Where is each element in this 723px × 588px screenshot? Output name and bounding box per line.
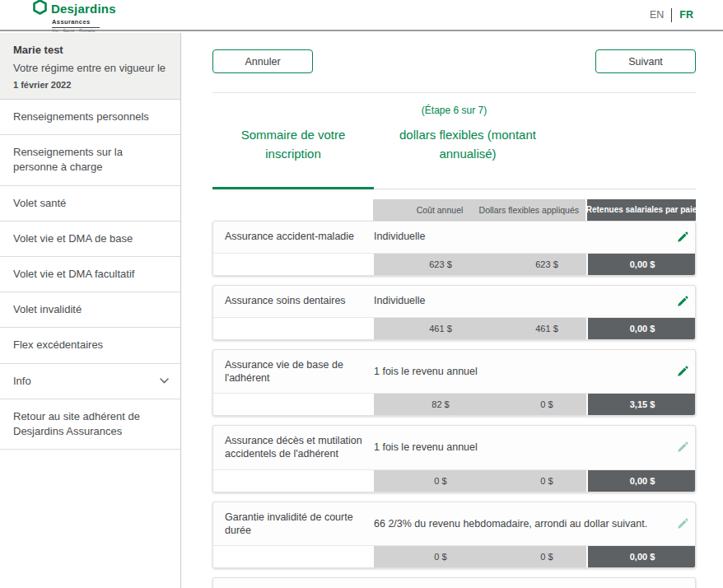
- benefit-name: Garantie invalidité de courte durée: [225, 511, 374, 538]
- sidebar-item-0[interactable]: Renseignements personnels: [0, 100, 180, 135]
- benefit-coverage: 1 fois le revenu annuel: [374, 365, 664, 378]
- flex-applied-value: 0 $: [507, 394, 586, 415]
- annual-cost-value: 0 $: [374, 470, 507, 492]
- active-tab-indicator: [212, 187, 374, 189]
- logo-tagline-text: Vie · Santé · Retraite: [52, 29, 116, 33]
- sidebar-item-label: Volet vie et DMA de base: [13, 231, 133, 246]
- benefit-card: Assurance soins dentaires Individuelle 4…: [212, 285, 696, 340]
- sidebar-item-6[interactable]: Flex excédentaires: [0, 328, 180, 363]
- flex-applied-value: 623 $: [507, 254, 586, 275]
- sidebar-profile-block: Marie test Votre régime entre en vigueur…: [0, 33, 180, 100]
- pencil-icon: [677, 366, 688, 377]
- header-spacer: [212, 199, 373, 221]
- benefit-cards-list: Assurance accident-maladie Individuelle …: [212, 221, 696, 588]
- sidebar-item-label: Flex excédentaires: [13, 338, 103, 352]
- sidebar-item-1[interactable]: Renseignements sur la personne à charge: [0, 135, 180, 185]
- pencil-icon: [677, 296, 688, 307]
- annual-cost-value: 461 $: [374, 318, 507, 339]
- annual-cost-value: 82 $: [374, 394, 507, 415]
- benefit-coverage: 1 fois le revenu annuel: [374, 441, 664, 454]
- payroll-deduction-value: 0,00 $: [588, 318, 696, 339]
- benefit-name: Assurance accident-maladie: [225, 230, 374, 243]
- payroll-deduction-value: 0,00 $: [588, 470, 696, 492]
- benefit-coverage: Individuelle: [374, 294, 664, 307]
- benefit-card: Garantie invalidité de longue durée 60% …: [212, 577, 696, 588]
- values-row-spacer: [213, 470, 374, 492]
- logo-division-text: Assurances: [52, 19, 116, 26]
- sidebar: Marie test Votre régime entre en vigueur…: [0, 33, 181, 588]
- values-row-spacer: [213, 394, 374, 415]
- tabs-underline: [212, 187, 696, 189]
- sidebar-item-5[interactable]: Volet invalidité: [0, 292, 180, 328]
- profile-effective-date: 1 février 2022: [13, 80, 167, 90]
- sidebar-item-8[interactable]: Retour au site adhérent de Desjardins As…: [0, 399, 180, 450]
- benefit-card: Assurance vie de base de l'adhérent 1 fo…: [212, 349, 696, 417]
- table-header-row: Coût annuel Dollars flexibles appliqués …: [212, 199, 696, 221]
- payroll-deduction-value: 0,00 $: [588, 254, 696, 275]
- profile-effective-date-label: Votre régime entre en vigueur le: [13, 62, 167, 74]
- benefit-card: Garantie invalidité de courte durée 66 2…: [212, 502, 696, 569]
- top-bar: Desjardins Assurances Vie · Santé · Retr…: [0, 0, 723, 31]
- sidebar-item-4[interactable]: Volet vie et DMA facultatif: [0, 257, 180, 292]
- sidebar-nav: Renseignements personnels Renseignements…: [0, 100, 180, 450]
- profile-name: Marie test: [13, 44, 167, 56]
- column-header-payroll-deduction: Retenues salariales par paie: [587, 199, 696, 221]
- benefit-card: Assurance accident-maladie Individuelle …: [212, 221, 696, 276]
- tab-sommaire-inscription[interactable]: Sommaire de votre inscription: [212, 125, 374, 164]
- flex-applied-value: 461 $: [507, 318, 586, 339]
- chevron-down-icon: [160, 378, 169, 384]
- sidebar-item-label: Volet vie et DMA facultatif: [13, 267, 134, 282]
- annual-cost-value: 623 $: [374, 254, 507, 275]
- column-header-flex-applied: Dollars flexibles appliqués: [506, 199, 585, 221]
- benefit-card: Assurance décès et mutilation accidentel…: [212, 425, 696, 492]
- values-row-spacer: [213, 546, 374, 567]
- desjardins-logo: Desjardins Assurances Vie · Santé · Retr…: [33, 0, 116, 33]
- sidebar-item-label: Renseignements sur la personne à charge: [13, 145, 169, 175]
- benefit-name: Assurance décès et mutilation accidentel…: [225, 434, 374, 461]
- tab-dollars-flexibles[interactable]: dollars flexibles (montant annualisé): [385, 125, 550, 164]
- sidebar-item-3[interactable]: Volet vie et DMA de base: [0, 222, 180, 257]
- sidebar-item-label: Volet santé: [13, 196, 66, 211]
- sidebar-item-label: Info: [13, 374, 31, 389]
- edit-benefit-button[interactable]: [664, 296, 688, 307]
- sidebar-item-7[interactable]: Info: [0, 364, 180, 399]
- sidebar-item-label: Renseignements personnels: [13, 110, 149, 124]
- benefit-coverage: 66 2/3% du revenu hebdomadaire, arrondi …: [374, 517, 664, 530]
- summary-tabs: Sommaire de votre inscription dollars fl…: [212, 125, 696, 164]
- logo-brand-text: Desjardins: [51, 2, 116, 15]
- desjardins-hexagon-icon: [33, 0, 47, 17]
- language-switcher: EN FR: [650, 8, 693, 22]
- pencil-icon: [677, 441, 688, 453]
- annual-cost-value: 0 $: [374, 546, 507, 567]
- pencil-icon: [677, 231, 688, 243]
- language-en-link[interactable]: EN: [650, 9, 664, 21]
- payroll-deduction-value: 0,00 $: [588, 546, 696, 567]
- sidebar-item-2[interactable]: Volet santé: [0, 186, 180, 222]
- step-indicator: (Étape 6 sur 7): [212, 105, 696, 116]
- values-row-spacer: [213, 254, 374, 275]
- values-row-spacer: [213, 318, 374, 339]
- benefit-name: Assurance soins dentaires: [225, 294, 374, 307]
- flex-applied-value: 0 $: [507, 546, 586, 567]
- benefit-name: Assurance vie de base de l'adhérent: [225, 358, 374, 385]
- edit-benefit-button[interactable]: [664, 441, 688, 453]
- language-separator: [671, 8, 672, 22]
- section-divider: [212, 92, 696, 93]
- language-fr-link[interactable]: FR: [679, 9, 693, 21]
- sidebar-item-label: Volet invalidité: [13, 302, 82, 317]
- benefit-coverage: Individuelle: [374, 230, 664, 243]
- main-content: Annuler Suivant (Étape 6 sur 7) Sommaire…: [182, 33, 723, 588]
- sidebar-item-label: Retour au site adhérent de Desjardins As…: [13, 409, 169, 439]
- cancel-button[interactable]: Annuler: [212, 49, 313, 73]
- edit-benefit-button[interactable]: [664, 518, 688, 530]
- edit-benefit-button[interactable]: [664, 231, 688, 243]
- next-button[interactable]: Suivant: [595, 49, 696, 73]
- action-buttons-row: Annuler Suivant: [212, 49, 696, 73]
- pencil-icon: [677, 518, 688, 530]
- payroll-deduction-value: 3,15 $: [588, 394, 696, 415]
- flex-applied-value: 0 $: [507, 470, 586, 492]
- edit-benefit-button[interactable]: [664, 366, 688, 377]
